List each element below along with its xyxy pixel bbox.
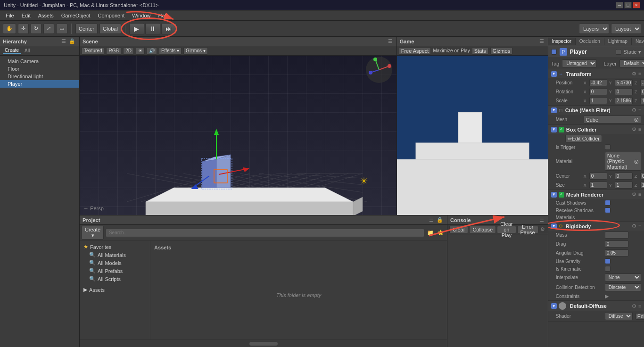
material-value[interactable]: None (Physic Material) ◎: [605, 152, 641, 171]
hierarchy-menu-button[interactable]: ☰: [60, 38, 67, 44]
mass-input[interactable]: [605, 231, 628, 239]
angular-drag-input[interactable]: [605, 249, 628, 256]
effects-button[interactable]: Effects ▾: [159, 47, 182, 55]
obj-enable-checkbox[interactable]: [551, 49, 557, 55]
default-diffuse-gear-icon[interactable]: ⚙: [632, 303, 636, 309]
hierarchy-item-directional-light[interactable]: Directional light: [0, 73, 79, 80]
layout-dropdown[interactable]: Layout: [611, 24, 641, 34]
game-gizmos-button[interactable]: Gizmos: [490, 47, 512, 55]
scene-menu-button[interactable]: ☰: [387, 38, 394, 44]
rigidbody-gear-icon[interactable]: ⚙: [632, 223, 636, 229]
light-button[interactable]: ☀: [136, 47, 145, 55]
rotation-y-input[interactable]: [615, 88, 633, 95]
scale-x-input[interactable]: [589, 97, 607, 104]
rigidbody-more-icon[interactable]: ≡: [638, 223, 641, 229]
box-collider-more-icon[interactable]: ≡: [638, 127, 641, 132]
hierarchy-item-main-camera[interactable]: Main Camera: [0, 58, 79, 65]
hand-tool-button[interactable]: ✋: [3, 24, 16, 34]
static-checkbox[interactable]: [616, 49, 621, 55]
console-clear-button[interactable]: Clear: [449, 226, 468, 233]
rotate-tool-button[interactable]: ↻: [31, 24, 41, 34]
layer-dropdown[interactable]: Default: [619, 59, 644, 67]
shader-dropdown[interactable]: Diffuse: [605, 312, 633, 320]
is-trigger-checkbox[interactable]: [605, 144, 611, 150]
transform-more-icon[interactable]: ≡: [638, 71, 641, 76]
mesh-renderer-header[interactable]: ▼ ✓ Mesh Renderer ⚙ ≡: [548, 190, 644, 199]
rotation-z-input[interactable]: [640, 88, 644, 95]
obj-name[interactable]: Player: [570, 49, 587, 55]
mesh-renderer-more-icon[interactable]: ≡: [638, 192, 641, 197]
menu-window[interactable]: Window: [128, 12, 154, 19]
rect-tool-button[interactable]: ▭: [56, 24, 67, 34]
mesh-renderer-toggle[interactable]: ▼: [551, 192, 557, 198]
close-button[interactable]: ✕: [633, 2, 640, 8]
minimize-button[interactable]: ─: [616, 2, 623, 8]
stats-button[interactable]: Stats: [472, 47, 488, 55]
transform-gear-icon[interactable]: ⚙: [632, 71, 636, 77]
global-button[interactable]: Global: [99, 24, 121, 34]
is-kinematic-checkbox[interactable]: [605, 266, 611, 272]
rgb-button[interactable]: RGB: [106, 47, 121, 55]
constraints-toggle[interactable]: ▶: [605, 293, 609, 299]
transform-toggle[interactable]: ▼: [551, 71, 557, 77]
center-button[interactable]: Center: [75, 24, 98, 34]
console-collapse-button[interactable]: Collapse: [469, 226, 496, 233]
position-x-input[interactable]: [589, 79, 607, 86]
2d-button[interactable]: 2D: [123, 47, 134, 55]
menu-help[interactable]: Help: [154, 12, 173, 19]
project-create-button[interactable]: Create ▾: [82, 226, 104, 240]
default-diffuse-toggle[interactable]: ▼: [551, 303, 557, 309]
rigidbody-header[interactable]: ▼ ⚙ Rigidbody ⚙ ≡: [548, 222, 644, 231]
center-x-input[interactable]: [589, 173, 607, 180]
project-lock-button[interactable]: 🔒: [436, 217, 444, 223]
play-button[interactable]: ▶: [129, 23, 144, 34]
project-all-scripts-item[interactable]: 🔍 All Scripts: [82, 275, 148, 283]
tab-lightmap[interactable]: Lightmap: [604, 38, 632, 45]
hierarchy-all-tab[interactable]: All: [23, 48, 32, 54]
menu-gameobject[interactable]: GameObject: [58, 12, 94, 19]
position-z-input[interactable]: [640, 79, 644, 86]
mesh-filter-gear-icon[interactable]: ⚙: [632, 107, 636, 113]
layers-dropdown[interactable]: Layers: [579, 24, 609, 34]
project-menu-button[interactable]: ☰: [428, 217, 435, 223]
gizmos-button[interactable]: Gizmos ▾: [183, 47, 208, 55]
interpolate-dropdown[interactable]: None: [605, 273, 641, 281]
pause-button[interactable]: ⏸: [145, 23, 160, 34]
center-z-input[interactable]: [640, 173, 644, 180]
textured-button[interactable]: Textured: [82, 47, 104, 55]
mesh-value[interactable]: Cube ◎: [584, 116, 641, 124]
project-scrollbar-thumb[interactable]: [249, 342, 278, 346]
mesh-filter-more-icon[interactable]: ≡: [638, 107, 641, 113]
hierarchy-create-tab[interactable]: Create: [3, 47, 21, 54]
box-collider-header[interactable]: ▼ ✓ Box Collider ⚙ ≡: [548, 125, 644, 134]
menu-edit[interactable]: Edit: [18, 12, 34, 19]
console-menu-button[interactable]: ☰: [538, 217, 545, 223]
center-y-input[interactable]: [615, 173, 633, 180]
free-aspect-button[interactable]: Free Aspect: [399, 47, 431, 55]
hierarchy-item-player[interactable]: Player: [0, 80, 79, 88]
project-assets-item[interactable]: ▶ Assets: [82, 286, 148, 294]
audio-button[interactable]: 🔊: [147, 47, 157, 55]
box-collider-gear-icon[interactable]: ⚙: [632, 126, 636, 132]
size-z-input[interactable]: [640, 182, 644, 189]
console-error-pause-button[interactable]: Error Pause: [517, 226, 538, 233]
move-tool-button[interactable]: ✛: [18, 24, 29, 34]
size-y-input[interactable]: [615, 182, 633, 189]
hierarchy-item-floor[interactable]: Floor: [0, 65, 79, 73]
transform-header[interactable]: ▼ ↔ Transform ⚙ ≡: [548, 69, 644, 78]
scene-canvas[interactable]: ← Persp ☀: [80, 56, 396, 215]
mesh-filter-header[interactable]: ▼ ◻ Cube (Mesh Filter) ⚙ ≡: [548, 106, 644, 115]
tag-dropdown[interactable]: Untagged: [562, 59, 597, 67]
drag-input[interactable]: [605, 240, 628, 248]
project-folder-button[interactable]: 📁: [426, 230, 435, 236]
cast-shadows-checkbox[interactable]: [605, 200, 611, 206]
hierarchy-lock-button[interactable]: 🔒: [68, 38, 76, 44]
mesh-filter-toggle[interactable]: ▼: [551, 107, 557, 113]
mesh-renderer-gear-icon[interactable]: ⚙: [632, 191, 636, 198]
menu-component[interactable]: Component: [94, 12, 128, 19]
rotation-x-input[interactable]: [589, 88, 607, 95]
default-diffuse-more-icon[interactable]: ≡: [638, 304, 641, 309]
menu-file[interactable]: File: [2, 12, 18, 19]
receive-shadows-checkbox[interactable]: [605, 207, 611, 213]
use-gravity-checkbox[interactable]: [605, 258, 611, 264]
